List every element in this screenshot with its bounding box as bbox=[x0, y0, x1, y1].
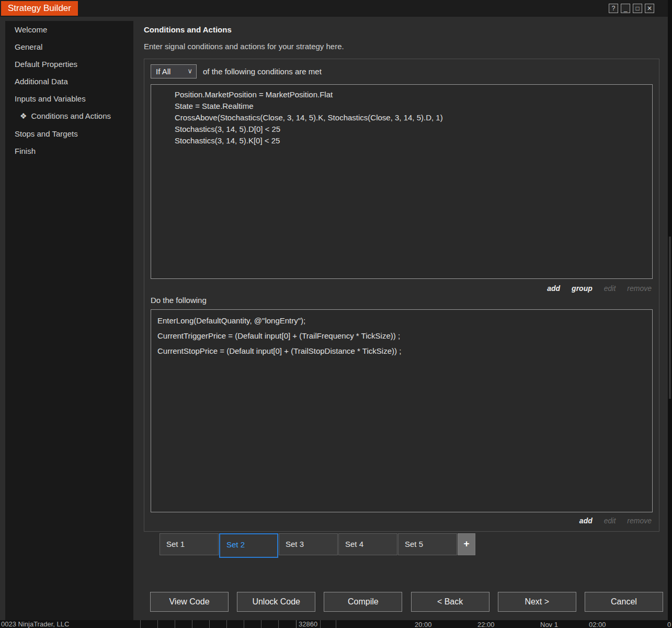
tab-set-3[interactable]: Set 3 bbox=[279, 533, 338, 555]
condition-links: add group edit remove bbox=[547, 284, 652, 293]
view-code-button[interactable]: View Code bbox=[150, 592, 229, 612]
tab-set-2[interactable]: Set 2 bbox=[219, 533, 278, 558]
remove-action-link: remove bbox=[627, 517, 652, 525]
page-title: Conditions and Actions bbox=[144, 25, 232, 34]
tab-set-1[interactable]: Set 1 bbox=[160, 533, 219, 555]
actions-section-label: Do the following bbox=[151, 296, 207, 305]
wizard-steps-sidebar: Welcome General Default Properties Addit… bbox=[5, 21, 133, 620]
background-price-label: 32860 bbox=[296, 620, 317, 628]
sidebar-item-stops-and-targets[interactable]: Stops and Targets bbox=[5, 125, 133, 142]
active-step-icon: ❖ bbox=[20, 111, 27, 120]
condition-item[interactable]: CrossAbove(Stochastics(Close, 3, 14, 5).… bbox=[151, 112, 652, 124]
sidebar-item-label: Conditions and Actions bbox=[31, 111, 111, 120]
minimize-button[interactable]: _ bbox=[621, 4, 630, 13]
add-action-link[interactable]: add bbox=[579, 517, 593, 525]
titlebar: Strategy Builder ? _ □ ✕ bbox=[0, 0, 668, 17]
conditions-actions-panel: If All ∨ of the following conditions are… bbox=[144, 59, 659, 532]
help-button[interactable]: ? bbox=[609, 4, 618, 13]
background-time-label: 20:00 bbox=[415, 621, 432, 628]
unlock-code-button[interactable]: Unlock Code bbox=[237, 592, 315, 612]
action-links: add edit remove bbox=[579, 517, 652, 525]
screen: Strategy Builder ? _ □ ✕ Welcome General… bbox=[0, 0, 672, 628]
dialog-buttons: View Code Unlock Code Compile < Back Nex… bbox=[150, 592, 663, 612]
actions-list[interactable]: EnterLong(DefaultQuantity, @"longEntry")… bbox=[151, 309, 653, 512]
next-button[interactable]: Next > bbox=[498, 592, 576, 612]
sidebar-item-finish[interactable]: Finish bbox=[5, 142, 133, 160]
compile-button[interactable]: Compile bbox=[324, 592, 402, 612]
condition-item[interactable]: Stochastics(3, 14, 5).D[0] < 25 bbox=[151, 124, 652, 135]
condition-set-tabs: Set 1 Set 2 Set 3 Set 4 Set 5 + bbox=[160, 533, 476, 558]
maximize-button[interactable]: □ bbox=[633, 4, 642, 13]
sidebar-item-general[interactable]: General bbox=[5, 38, 133, 55]
action-item[interactable]: CurrentStopPrice = (Default input[0] + (… bbox=[151, 343, 652, 358]
tab-set-4[interactable]: Set 4 bbox=[338, 533, 397, 555]
add-set-tab[interactable]: + bbox=[458, 533, 475, 555]
sidebar-item-inputs-and-variables[interactable]: Inputs and Variables bbox=[5, 90, 133, 107]
sidebar-item-additional-data[interactable]: Additional Data bbox=[5, 73, 133, 90]
condition-item[interactable]: Position.MarketPosition = MarketPosition… bbox=[151, 89, 652, 100]
conditions-mode-value: If All bbox=[156, 67, 170, 76]
cancel-button[interactable]: Cancel bbox=[585, 592, 663, 612]
window-title: Strategy Builder bbox=[1, 1, 78, 16]
edit-condition-link: edit bbox=[604, 284, 616, 293]
strategy-builder-dialog: Strategy Builder ? _ □ ✕ Welcome General… bbox=[0, 0, 668, 620]
conditions-mode-suffix: of the following conditions are met bbox=[203, 67, 322, 76]
sidebar-item-welcome[interactable]: Welcome bbox=[5, 21, 133, 38]
background-grid-ticks bbox=[140, 620, 293, 628]
background-time-label: 0 bbox=[667, 621, 671, 628]
tab-set-5[interactable]: Set 5 bbox=[398, 533, 457, 555]
background-copyright: 0023 NinjaTrader, LLC bbox=[1, 620, 69, 628]
conditions-list[interactable]: Position.MarketPosition = MarketPosition… bbox=[151, 84, 653, 279]
action-item[interactable]: CurrentTriggerPrice = (Default input[0] … bbox=[151, 328, 652, 343]
condition-item[interactable]: State = State.Realtime bbox=[151, 100, 652, 112]
sidebar-item-default-properties[interactable]: Default Properties bbox=[5, 55, 133, 73]
conditions-mode-dropdown[interactable]: If All ∨ bbox=[151, 64, 197, 78]
close-button[interactable]: ✕ bbox=[645, 4, 654, 13]
background-time-label: 22:00 bbox=[477, 621, 495, 628]
background-window-strip: 0023 NinjaTrader, LLC 32860 20:00 22:00 … bbox=[0, 620, 672, 628]
chevron-down-icon: ∨ bbox=[187, 67, 192, 75]
window-controls: ? _ □ ✕ bbox=[609, 4, 654, 13]
background-time-label: Nov 1 bbox=[540, 621, 558, 628]
background-scrollbar bbox=[669, 237, 671, 399]
page-subtitle: Enter signal conditions and actions for … bbox=[144, 42, 344, 51]
group-conditions-link[interactable]: group bbox=[572, 284, 593, 293]
plus-icon: + bbox=[463, 538, 469, 549]
background-grid-ticks bbox=[320, 620, 351, 628]
edit-action-link: edit bbox=[604, 517, 616, 525]
background-time-label: 02:00 bbox=[589, 621, 606, 628]
back-button[interactable]: < Back bbox=[411, 592, 489, 612]
action-item[interactable]: EnterLong(DefaultQuantity, @"longEntry")… bbox=[151, 313, 652, 328]
add-condition-link[interactable]: add bbox=[547, 284, 560, 293]
remove-condition-link: remove bbox=[627, 284, 652, 293]
condition-item[interactable]: Stochastics(3, 14, 5).K[0] < 25 bbox=[151, 135, 652, 147]
sidebar-item-conditions-and-actions[interactable]: ❖Conditions and Actions bbox=[5, 107, 133, 125]
